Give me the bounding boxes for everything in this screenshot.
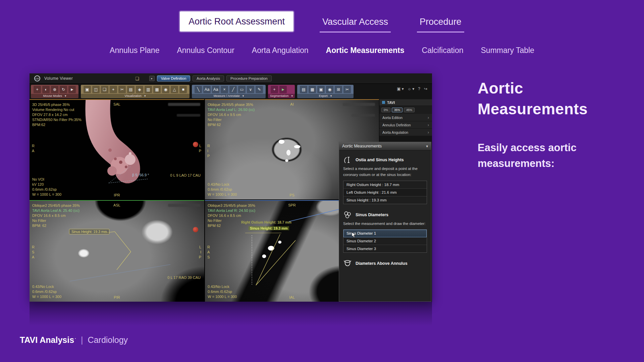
export-icon[interactable]: ▦	[309, 86, 316, 93]
sinus-diameter-1-row[interactable]: Sinus Diameter 1	[343, 230, 427, 237]
subtab-calcification[interactable]: Calcification	[422, 46, 464, 55]
sinus-diameter-2-row[interactable]: Sinus Diameter 2	[343, 237, 427, 245]
viewport-info-line: Oblique2 25/45/5 phase 35%	[32, 203, 80, 208]
phase-chip[interactable]: 45%	[404, 108, 415, 112]
visualization-icon[interactable]: ▦	[153, 86, 161, 93]
orientation-letter: R	[32, 245, 35, 249]
chevron-down-icon[interactable]: ▾	[291, 94, 293, 98]
chevron-down-icon[interactable]: ▾	[426, 144, 428, 148]
measure-annotate-icon[interactable]: Aa	[203, 86, 211, 93]
visualization-icon[interactable]: ▥	[145, 86, 152, 93]
viewport-info-line: No Filter	[32, 218, 80, 223]
mouse-mode-icon[interactable]: ◐	[42, 86, 50, 93]
window-control-icon[interactable]: ↪	[424, 86, 427, 91]
visualization-icon[interactable]: ❏	[101, 86, 108, 93]
viewport-scan-line: W = 1000 L = 300	[32, 192, 61, 197]
orientation-letter: I	[199, 250, 201, 254]
sinus-diameter-3-row[interactable]: Sinus Diameter 3	[343, 245, 427, 252]
sidebar-item[interactable]: Aorta Angulation ›	[379, 129, 432, 136]
chevron-down-icon[interactable]: ▾	[144, 94, 146, 98]
orientation-letter: R	[207, 245, 210, 249]
visualization-icon[interactable]: ⌖	[110, 86, 117, 93]
tab-aortic-root-assessment[interactable]: Aortic Root Assessment	[180, 11, 293, 32]
app-tab-procedure-preparation[interactable]: Procedure Preparation	[226, 75, 272, 81]
measure-annotate-icon[interactable]: ✎	[256, 86, 263, 93]
chevron-down-icon[interactable]: ▾	[330, 94, 332, 98]
mouse-mode-icon[interactable]: ⊕	[51, 86, 58, 93]
mouse-mode-icon[interactable]: +	[34, 86, 41, 93]
chevron-down-icon[interactable]: ▾	[243, 94, 244, 98]
tab-scroll-button[interactable]: ▸	[149, 76, 155, 81]
orientation-label: IPR	[114, 193, 120, 197]
app-tab-aorta-analysis[interactable]: Aorta Analysis	[193, 75, 224, 81]
export-icon[interactable]: ⊞	[335, 86, 342, 93]
sinus-diameters-icon	[343, 210, 352, 219]
sidebar-item[interactable]: Aorta Edition ›	[379, 114, 432, 121]
subtab-aorta-angulation[interactable]: Aorta Angulation	[252, 46, 309, 55]
viewport-scan-line: W = 1000 L = 300	[208, 192, 237, 197]
sidebar-item[interactable]: Annulus Definition ›	[379, 121, 432, 129]
phase-chip[interactable]: 35%	[392, 108, 402, 112]
panel-header[interactable]: Aortic Measurements ▾	[339, 142, 431, 150]
export-icon[interactable]: ▣	[317, 86, 325, 93]
ge-watermark-icon	[193, 142, 198, 147]
visualization-icon[interactable]: ◈	[136, 86, 143, 93]
measure-row-left-ostium[interactable]: Left Ostium Height : 21.6 mm	[343, 189, 427, 196]
footer-divider: |	[81, 335, 83, 345]
sidebar-header: TAVI	[379, 99, 432, 106]
phase-chip[interactable]: 0%	[381, 108, 390, 112]
top-tab-bar: Aortic Root Assessment Vascular Access P…	[0, 11, 644, 33]
subtab-summary-table[interactable]: Summary Table	[481, 46, 534, 55]
window-control-icon[interactable]: ▣ ▾	[397, 86, 404, 91]
study-list-icon[interactable]: ❏	[135, 76, 139, 81]
segmentation-icon[interactable]: +	[271, 86, 278, 93]
window-control-icon[interactable]: ?	[418, 86, 420, 91]
mouse-mode-icon[interactable]: ↻	[60, 86, 67, 93]
viewport-scan-line: 0.6mm /0.62sp	[32, 289, 61, 294]
mouse-cursor-icon	[352, 232, 356, 238]
viewport-3d[interactable]: 3D 25/45/5 phase 35%Volume Rendering No …	[30, 99, 204, 199]
viewport-info-line: BPM 62	[208, 122, 255, 127]
toolbar-group-export: ▤▦▣◉⊞✂ Export▾	[297, 85, 354, 98]
segmentation-icon[interactable]: ►	[279, 86, 287, 93]
orientation-letter: L	[199, 144, 201, 148]
tab-vascular-access[interactable]: Vascular Access	[320, 11, 391, 33]
tab-procedure[interactable]: Procedure	[417, 11, 464, 33]
orientation-label: ASL	[113, 203, 120, 207]
measure-annotate-icon[interactable]: ×	[221, 86, 228, 93]
measure-annotate-icon[interactable]: ∨	[247, 86, 254, 93]
visualization-icon[interactable]: ◉	[162, 86, 169, 93]
footnote-mark: ·	[75, 336, 76, 341]
measure-annotate-icon[interactable]: ▭	[238, 86, 246, 93]
redacted-date	[177, 114, 200, 117]
measure-row-sinus-height[interactable]: Sinus Height : 19.3 mm	[343, 196, 427, 204]
measure-annotate-icon[interactable]: ╱	[229, 86, 237, 93]
subtab-aortic-measurements[interactable]: Aortic Measurements	[326, 46, 405, 55]
viewport-oblique2[interactable]: Oblique2 25/45/5 phase 35%TAVI Aorta Lea…	[30, 200, 204, 302]
export-icon[interactable]: ✂	[343, 86, 351, 93]
section-annulus-heading: Diameters Above Annulus	[343, 259, 427, 268]
redacted-patient-id	[168, 103, 200, 106]
export-icon[interactable]: ◉	[326, 86, 333, 93]
export-icon[interactable]: ▤	[300, 86, 307, 93]
measure-annotate-icon[interactable]: Aa	[212, 86, 219, 93]
mouse-mode-icon[interactable]: ►	[68, 86, 76, 93]
visualization-icon[interactable]: △	[171, 86, 178, 93]
app-tab-valve-definition[interactable]: Valve Definition	[157, 75, 191, 81]
sidebar-item-label: Aorta Edition	[382, 116, 402, 120]
orientation-label: AI	[290, 102, 293, 106]
window-control-icon[interactable]: ☼ ▾	[408, 86, 414, 91]
sinus-diameters-list: Sinus Diameter 1 Sinus Diameter 2 Sinus …	[343, 229, 427, 253]
visualization-icon[interactable]: ✂	[118, 86, 126, 93]
section-sinus-heading: Sinus Diameters	[343, 210, 427, 219]
subtab-annulus-plane[interactable]: Annulus Plane	[110, 46, 159, 55]
visualization-icon[interactable]: ■	[179, 86, 187, 93]
subtab-annulus-contour[interactable]: Annulus Contour	[177, 46, 234, 55]
chevron-down-icon[interactable]: ▾	[65, 94, 66, 98]
measure-row-right-ostium[interactable]: Right Ostium Height : 18.7 mm	[343, 181, 427, 189]
visualization-icon[interactable]: ◫	[92, 86, 100, 93]
visualization-icon[interactable]: ▤	[127, 86, 135, 93]
measure-annotate-icon[interactable]: ╲	[195, 86, 202, 93]
orientation-letter: A	[32, 255, 35, 259]
visualization-icon[interactable]: ▣	[84, 86, 91, 93]
